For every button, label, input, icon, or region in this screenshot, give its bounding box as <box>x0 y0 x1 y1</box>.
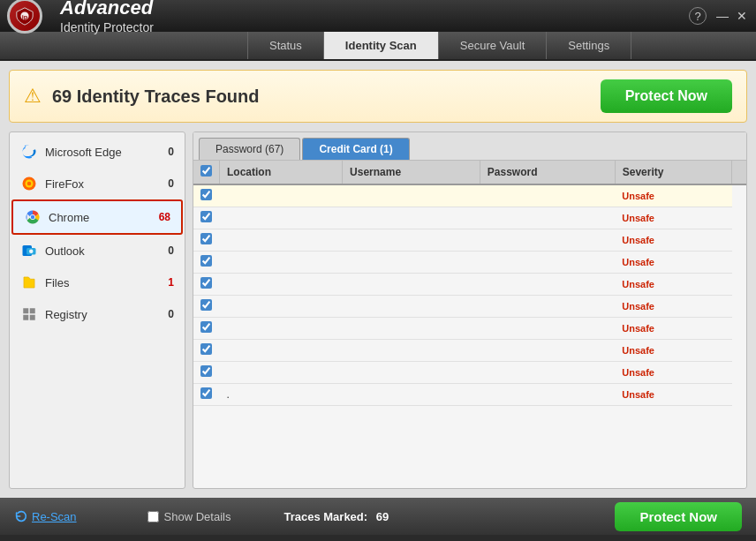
cell-location-9: . <box>220 384 343 406</box>
row-checkbox-2[interactable] <box>200 233 212 244</box>
cell-username-9 <box>343 384 480 406</box>
select-all-checkbox[interactable] <box>200 165 212 177</box>
cell-location-6 <box>220 318 343 340</box>
cell-password-1 <box>480 207 615 229</box>
edge-icon <box>20 143 38 161</box>
rescan-button[interactable]: Re-Scan <box>14 509 77 523</box>
rescan-label: Re-Scan <box>32 510 77 523</box>
sidebar-item-registry[interactable]: Registry 0 <box>10 298 185 330</box>
warning-icon: ⚠ <box>24 85 42 108</box>
tab-identity-scan[interactable]: Identity Scan <box>324 32 439 59</box>
table-row: Unsafe <box>193 362 746 384</box>
cell-username-7 <box>343 340 480 362</box>
table-row: Unsafe <box>193 207 746 229</box>
minimize-button[interactable]: — <box>715 9 730 23</box>
sidebar-label-registry: Registry <box>45 308 168 321</box>
sidebar-item-microsoft-edge[interactable]: Microsoft Edge 0 <box>10 136 185 168</box>
cell-username-5 <box>343 296 480 318</box>
row-checkbox-6[interactable] <box>200 321 212 333</box>
protect-now-button-top[interactable]: Protect Now <box>601 79 732 113</box>
sub-tab-credit-card[interactable]: Credit Card (1) <box>302 138 409 160</box>
table-row: Unsafe <box>193 229 746 252</box>
alert-message: 69 Identity Traces Found <box>52 86 601 107</box>
sidebar-count-chrome: 68 <box>159 211 170 223</box>
cell-username-1 <box>343 207 480 229</box>
sidebar-label-chrome: Chrome <box>49 211 159 224</box>
sidebar-count-files: 1 <box>168 276 174 289</box>
cell-location-8 <box>220 362 343 384</box>
cell-password-4 <box>480 274 615 296</box>
cell-severity-9: Unsafe <box>615 384 731 406</box>
col-header-severity: Severity <box>615 161 731 184</box>
svg-rect-13 <box>23 315 28 320</box>
table-row: . Unsafe <box>193 384 746 406</box>
window-controls: — ✕ <box>715 9 749 23</box>
show-details-toggle[interactable]: Show Details <box>147 510 231 523</box>
cell-location-7 <box>220 340 343 362</box>
row-checkbox-5[interactable] <box>200 299 212 311</box>
row-checkbox-8[interactable] <box>200 365 212 377</box>
tab-secure-vault[interactable]: Secure Vault <box>439 32 547 59</box>
sub-tabbar: Password (67) Credit Card (1) <box>193 132 746 161</box>
cell-password-8 <box>480 362 615 384</box>
sidebar-count-outlook: 0 <box>168 244 174 257</box>
app-logo: ip <box>7 0 42 34</box>
cell-username-8 <box>343 362 480 384</box>
alert-bar: ⚠ 69 Identity Traces Found Protect Now <box>9 70 747 123</box>
row-checkbox-9[interactable] <box>200 387 212 399</box>
sidebar-count-registry: 0 <box>168 308 174 320</box>
cell-severity-7: Unsafe <box>615 340 731 362</box>
table-row: Unsafe <box>193 296 746 318</box>
files-icon <box>20 274 38 291</box>
svg-point-4 <box>27 182 32 186</box>
cell-password-3 <box>480 252 615 274</box>
cell-password-6 <box>480 318 615 340</box>
sidebar-label-firefox: FireFox <box>45 177 168 191</box>
table-row: Unsafe <box>193 252 746 274</box>
main-content: ⚠ 69 Identity Traces Found Protect Now M… <box>0 61 756 498</box>
traces-marked-label: Traces Marked: <box>284 510 367 523</box>
table-row: Unsafe <box>193 274 746 296</box>
sidebar-item-chrome[interactable]: Chrome 68 <box>11 199 183 235</box>
table-row: Unsafe <box>193 318 746 340</box>
col-header-checkbox <box>193 161 220 184</box>
close-button[interactable]: ✕ <box>735 9 749 23</box>
sidebar-label-outlook: Outlook <box>45 244 168 258</box>
content-area: Microsoft Edge 0 FireFox 0 <box>9 131 747 489</box>
cell-password-7 <box>480 340 615 362</box>
results-table: Location Username Password Severity Unsa… <box>193 161 746 406</box>
svg-rect-11 <box>23 308 28 313</box>
main-tabbar: Status Identity Scan Secure Vault Settin… <box>0 32 756 61</box>
sidebar-label-edge: Microsoft Edge <box>45 146 168 159</box>
svg-point-10 <box>29 250 34 254</box>
cell-password-5 <box>480 296 615 318</box>
protect-now-button-bottom[interactable]: Protect Now <box>615 502 742 531</box>
tab-status[interactable]: Status <box>247 32 324 59</box>
sidebar-item-outlook[interactable]: Outlook 0 <box>10 235 185 267</box>
table-row: Unsafe <box>193 340 746 362</box>
tab-settings[interactable]: Settings <box>547 32 631 59</box>
results-table-container[interactable]: Location Username Password Severity Unsa… <box>193 161 746 488</box>
registry-icon <box>20 305 38 323</box>
sub-tab-password[interactable]: Password (67) <box>199 138 300 160</box>
cell-location-2 <box>220 229 343 252</box>
show-details-checkbox[interactable] <box>147 511 159 522</box>
col-header-location: Location <box>220 161 343 184</box>
help-button[interactable]: ? <box>689 7 707 25</box>
app-name-line2: Identity Protector <box>60 20 154 35</box>
sidebar-count-edge: 0 <box>168 146 174 158</box>
row-checkbox-3[interactable] <box>200 255 212 267</box>
row-checkbox-4[interactable] <box>200 277 212 289</box>
row-checkbox-0[interactable] <box>200 189 212 200</box>
table-row: Unsafe <box>193 184 746 207</box>
row-checkbox-7[interactable] <box>200 343 212 355</box>
sidebar-label-files: Files <box>45 276 168 289</box>
cell-severity-0: Unsafe <box>615 184 731 207</box>
sidebar-item-firefox[interactable]: FireFox 0 <box>10 168 185 199</box>
row-checkbox-1[interactable] <box>200 211 212 222</box>
cell-password-0 <box>480 184 615 207</box>
cell-location-1 <box>220 207 343 229</box>
app-title-area: Advanced Identity Protector <box>51 0 163 35</box>
cell-location-0 <box>220 184 343 207</box>
sidebar-item-files[interactable]: Files 1 <box>10 267 185 298</box>
